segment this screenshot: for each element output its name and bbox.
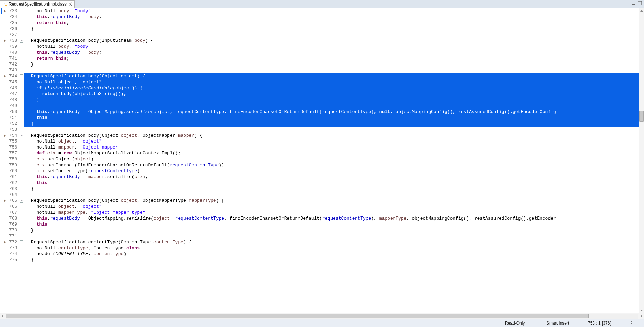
- code-line[interactable]: [24, 233, 639, 239]
- fold-toggle-icon[interactable]: −: [20, 39, 23, 43]
- line-number-gutter: 733 734 735 736 737 738 739 740 741 742 …: [8, 8, 19, 313]
- code-line[interactable]: this.requestBody = ObjectMapping.seriali…: [24, 215, 639, 221]
- editor-tab[interactable]: J RequestSpecificationImpl.class: [0, 0, 75, 8]
- status-insert-mode: Smart Insert: [541, 319, 583, 327]
- editor-body: 733 734 735 736 737 738 739 740 741 742 …: [0, 8, 644, 313]
- code-line[interactable]: }: [24, 26, 639, 32]
- code-line[interactable]: RequestSpecification body(Object object,…: [24, 198, 639, 204]
- code-line[interactable]: notNull object, "object": [24, 79, 639, 85]
- override-marker-icon[interactable]: [4, 39, 6, 42]
- hscroll-thumb[interactable]: [6, 314, 589, 318]
- annotation-ruler: [3, 8, 8, 313]
- code-line[interactable]: RequestSpecification body(Object object,…: [24, 132, 639, 138]
- status-bar: Read-Only Smart Insert 753 : 1 [376] ⋮: [0, 319, 644, 327]
- scroll-up-icon[interactable]: [639, 8, 644, 14]
- fold-toggle-icon[interactable]: −: [20, 199, 23, 203]
- tab-bar: J RequestSpecificationImpl.class: [0, 0, 644, 8]
- code-line[interactable]: }: [24, 227, 639, 233]
- code-line[interactable]: this.requestBody = mapper.serialize(ctx)…: [24, 174, 639, 180]
- code-line[interactable]: ctx.setObject(object): [24, 156, 639, 162]
- code-line[interactable]: [24, 67, 639, 73]
- code-viewport[interactable]: notNull body, "body" this.requestBody = …: [24, 8, 639, 313]
- code-line[interactable]: ctx.setCharset(findEncoderCharsetOrRetur…: [24, 162, 639, 168]
- code-line[interactable]: [24, 32, 639, 38]
- code-line[interactable]: this.requestBody = body;: [24, 50, 639, 55]
- code-line[interactable]: notNull body, "body": [24, 44, 639, 50]
- scroll-down-icon[interactable]: [639, 307, 644, 313]
- status-readonly: Read-Only: [500, 319, 541, 327]
- code-line[interactable]: this: [24, 180, 639, 186]
- folding-ruler: −−−−−: [19, 8, 24, 313]
- code-line[interactable]: return body(object.toString());: [24, 91, 639, 97]
- vscroll-track[interactable]: [639, 14, 644, 307]
- code-line[interactable]: }: [24, 186, 639, 192]
- marker-ruler: [0, 8, 3, 313]
- code-line[interactable]: }: [24, 121, 639, 127]
- svg-rect-3: [632, 4, 635, 5]
- hscroll-track[interactable]: [6, 314, 638, 319]
- code-line[interactable]: return this;: [24, 20, 639, 26]
- code-line[interactable]: this.requestBody = ObjectMapping.seriali…: [24, 109, 639, 115]
- status-extra: ⋮: [624, 319, 644, 327]
- code-line[interactable]: notNull mapperType, "Object mapper type": [24, 210, 639, 215]
- editor-area: 733 734 735 736 737 738 739 740 741 742 …: [0, 8, 644, 319]
- scroll-right-icon[interactable]: [638, 313, 644, 319]
- override-marker-icon[interactable]: [4, 75, 6, 78]
- code-line[interactable]: this: [24, 221, 639, 227]
- code-line[interactable]: [24, 103, 639, 109]
- code-line[interactable]: }: [24, 257, 639, 263]
- tab-close-icon[interactable]: [69, 2, 72, 6]
- fold-toggle-icon[interactable]: −: [20, 240, 23, 244]
- code-line[interactable]: notNull object, "object": [24, 138, 639, 144]
- code-line[interactable]: }: [24, 61, 639, 67]
- svg-point-2: [5, 4, 7, 6]
- minimize-view-icon[interactable]: [631, 1, 636, 6]
- code-line[interactable]: ctx.setContentType(requestContentType): [24, 168, 639, 174]
- code-line[interactable]: if (!isSerializableCandidate(object)) {: [24, 85, 639, 91]
- code-line[interactable]: notNull mapper, "Object mapper": [24, 144, 639, 150]
- view-controls: [631, 1, 643, 6]
- code-line[interactable]: [24, 127, 639, 132]
- code-line[interactable]: header(CONTENT_TYPE, contentType): [24, 251, 639, 257]
- code-line[interactable]: notNull object, "object": [24, 204, 639, 210]
- maximize-view-icon[interactable]: [637, 1, 643, 6]
- code-line[interactable]: notNull contentType, ContentType.class: [24, 245, 639, 251]
- code-line[interactable]: RequestSpecification body(InputStream bo…: [24, 38, 639, 44]
- tab-title: RequestSpecificationImpl.class: [9, 2, 67, 7]
- horizontal-scrollbar[interactable]: [0, 313, 644, 319]
- vscroll-thumb[interactable]: [639, 111, 644, 122]
- override-marker-icon[interactable]: [4, 241, 6, 244]
- svg-rect-4: [638, 1, 642, 5]
- override-marker-icon[interactable]: [4, 10, 6, 13]
- status-cursor-position: 753 : 1 [376]: [583, 319, 624, 327]
- class-file-icon: J: [2, 2, 7, 7]
- vertical-scrollbar[interactable]: [639, 8, 644, 313]
- fold-toggle-icon[interactable]: −: [20, 74, 23, 78]
- scroll-left-icon[interactable]: [0, 313, 6, 319]
- override-marker-icon[interactable]: [4, 134, 6, 137]
- code-line[interactable]: RequestSpecification body(Object object)…: [24, 73, 639, 79]
- code-line[interactable]: def ctx = new ObjectMapperSerializationC…: [24, 150, 639, 156]
- override-marker-icon[interactable]: [4, 199, 6, 202]
- code-line[interactable]: this: [24, 115, 639, 121]
- code-line[interactable]: this.requestBody = body;: [24, 14, 639, 20]
- code-line[interactable]: return this;: [24, 55, 639, 61]
- code-line[interactable]: [24, 192, 639, 198]
- quickdiff-marker: [1, 8, 2, 14]
- code-line[interactable]: RequestSpecification contentType(Content…: [24, 239, 639, 245]
- code-line[interactable]: notNull body, "body": [24, 8, 639, 14]
- fold-toggle-icon[interactable]: −: [20, 134, 23, 137]
- code-line[interactable]: }: [24, 97, 639, 103]
- editor-window: J RequestSpecificationImpl.class 733 734…: [0, 0, 644, 327]
